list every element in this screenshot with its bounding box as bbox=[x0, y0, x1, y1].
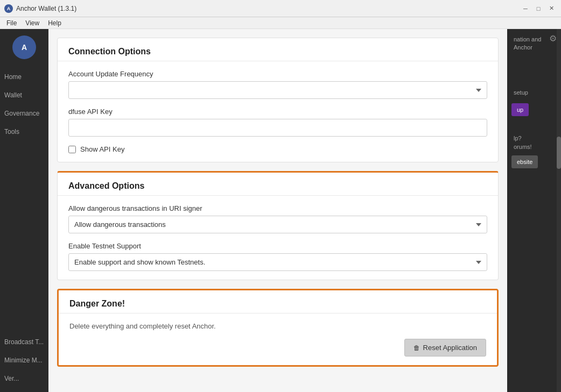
connection-options-header: Connection Options bbox=[58, 38, 498, 61]
dangerous-transactions-label: Allow dangerous transactions in URI sign… bbox=[68, 204, 487, 212]
menu-view[interactable]: View bbox=[21, 18, 44, 28]
connection-options-title: Connection Options bbox=[68, 47, 151, 56]
account-update-group: Account Update Frequency bbox=[68, 70, 487, 99]
right-panel-content: nation andAnchor setup up lp?orums! ebsi… bbox=[507, 29, 561, 173]
danger-zone-body: Delete everything and completely reset A… bbox=[59, 313, 497, 365]
sidebar-item-minimize[interactable]: Minimize M... bbox=[0, 351, 48, 369]
close-button[interactable]: ✕ bbox=[546, 3, 557, 14]
dangerous-transactions-select[interactable]: Allow dangerous transactions bbox=[68, 216, 487, 233]
trash-icon: 🗑 bbox=[413, 344, 420, 352]
purple-button[interactable]: up bbox=[511, 103, 529, 116]
testnet-support-group: Enable Testnet Support Enable support an… bbox=[68, 242, 487, 271]
titlebar: A Anchor Wallet (1.3.1) ─ □ ✕ bbox=[0, 0, 561, 17]
dfuse-api-group: dfuse API Key bbox=[68, 108, 487, 137]
connection-options-card: Connection Options Account Update Freque… bbox=[57, 38, 499, 162]
sidebar-bottom-nav: Broadcast T... Minimize M... Ver... bbox=[0, 333, 48, 392]
dfuse-api-label: dfuse API Key bbox=[68, 108, 487, 116]
show-api-key-checkbox[interactable] bbox=[68, 146, 76, 153]
account-update-select[interactable] bbox=[68, 81, 487, 99]
sidebar-logo: A bbox=[12, 35, 36, 59]
reset-application-label: Reset Application bbox=[423, 344, 477, 352]
dfuse-api-input[interactable] bbox=[68, 119, 487, 137]
sidebar: A Home Wallet Governance Tools Broadcast… bbox=[0, 29, 48, 392]
sidebar-item-governance[interactable]: Governance bbox=[0, 104, 48, 123]
right-scrollbar[interactable] bbox=[557, 29, 561, 392]
danger-zone-description: Delete everything and completely reset A… bbox=[69, 322, 486, 330]
menu-help[interactable]: Help bbox=[44, 18, 66, 28]
show-api-key-label: Show API Key bbox=[80, 145, 124, 153]
main-area: Connection Options Account Update Freque… bbox=[48, 29, 561, 392]
testnet-support-label: Enable Testnet Support bbox=[68, 242, 487, 250]
account-update-label: Account Update Frequency bbox=[68, 70, 487, 78]
right-panel: ⚙ nation andAnchor setup up lp?orums! eb… bbox=[507, 29, 561, 392]
advanced-options-title: Advanced Options bbox=[68, 181, 144, 190]
minimize-button[interactable]: ─ bbox=[520, 3, 531, 14]
danger-zone-title: Danger Zone! bbox=[69, 299, 125, 308]
right-panel-text-3: lp?orums! bbox=[511, 132, 557, 153]
menubar: File View Help bbox=[0, 17, 561, 29]
window-title: Anchor Wallet (1.3.1) bbox=[16, 5, 520, 12]
maximize-button[interactable]: □ bbox=[533, 3, 544, 14]
dangerous-transactions-group: Allow dangerous transactions in URI sign… bbox=[68, 204, 487, 233]
right-panel-text-2: setup bbox=[511, 87, 557, 99]
window-controls: ─ □ ✕ bbox=[520, 3, 557, 14]
advanced-options-body: Allow dangerous transactions in URI sign… bbox=[58, 196, 498, 280]
app-icon: A bbox=[4, 4, 13, 13]
scrollbar-thumb bbox=[557, 137, 561, 169]
settings-panel: Connection Options Account Update Freque… bbox=[48, 29, 507, 392]
sidebar-item-wallet[interactable]: Wallet bbox=[0, 86, 48, 104]
sidebar-item-version[interactable]: Ver... bbox=[0, 369, 48, 388]
show-api-key-row: Show API Key bbox=[68, 145, 487, 153]
danger-zone-header: Danger Zone! bbox=[59, 290, 497, 313]
reset-application-button[interactable]: 🗑 Reset Application bbox=[404, 339, 486, 357]
menu-file[interactable]: File bbox=[2, 18, 21, 28]
advanced-options-header: Advanced Options bbox=[58, 173, 498, 196]
sidebar-item-broadcast[interactable]: Broadcast T... bbox=[0, 333, 48, 351]
sidebar-item-home[interactable]: Home bbox=[0, 68, 48, 86]
sidebar-nav: Home Wallet Governance Tools bbox=[0, 68, 48, 141]
advanced-options-card: Advanced Options Allow dangerous transac… bbox=[57, 171, 499, 280]
sidebar-item-tools[interactable]: Tools bbox=[0, 123, 48, 141]
app-layout: A Home Wallet Governance Tools Broadcast… bbox=[0, 29, 561, 392]
danger-zone-card: Danger Zone! Delete everything and compl… bbox=[57, 289, 499, 367]
testnet-support-select[interactable]: Enable support and show known Testnets. bbox=[68, 253, 487, 271]
connection-options-body: Account Update Frequency dfuse API Key S… bbox=[58, 61, 498, 162]
gear-icon: ⚙ bbox=[549, 33, 557, 44]
website-button[interactable]: ebsite bbox=[511, 155, 538, 168]
